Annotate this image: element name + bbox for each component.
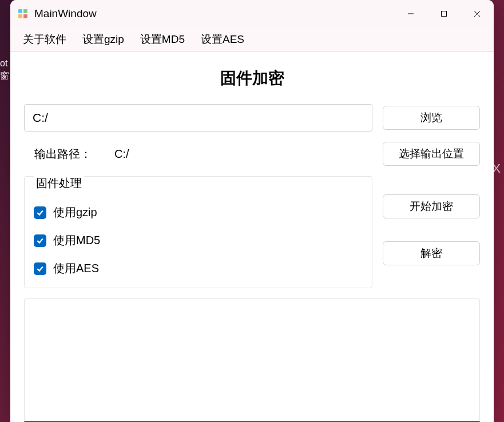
- firmware-processing-group: 固件处理 使用gzip 使用MD5: [24, 176, 372, 288]
- minimize-button[interactable]: [394, 0, 427, 27]
- svg-rect-0: [18, 9, 22, 13]
- window-title: MainWindow: [34, 7, 394, 20]
- svg-rect-3: [23, 14, 27, 18]
- window-controls: [394, 0, 494, 27]
- action-buttons-column: 开始加密 解密: [383, 176, 480, 288]
- checkbox-icon: [34, 206, 46, 219]
- checkbox-use-gzip[interactable]: 使用gzip: [34, 205, 363, 220]
- output-path-row: 输出路径： C:/ 选择输出位置: [24, 142, 480, 166]
- menu-set-gzip[interactable]: 设置gzip: [74, 29, 132, 50]
- main-window: MainWindow 关于软件 设置gzip 设置MD5 设置AES 固件加密 …: [10, 0, 494, 422]
- checkbox-label: 使用MD5: [53, 233, 100, 248]
- titlebar: MainWindow: [10, 0, 494, 27]
- output-path-value: C:/: [114, 148, 129, 161]
- output-path-display: 输出路径： C:/: [24, 146, 372, 162]
- svg-rect-2: [18, 14, 22, 18]
- input-path-row: 浏览: [24, 104, 480, 132]
- checkbox-icon: [34, 234, 46, 247]
- select-output-button[interactable]: 选择输出位置: [383, 142, 480, 166]
- checkbox-use-md5[interactable]: 使用MD5: [34, 233, 363, 248]
- checkbox-use-aes[interactable]: 使用AES: [34, 261, 363, 276]
- content-area: 固件加密 浏览 输出路径： C:/ 选择输出位置 固件处理 使用gzip: [10, 51, 494, 422]
- mid-section: 固件处理 使用gzip 使用MD5: [24, 176, 480, 288]
- svg-rect-5: [442, 11, 447, 17]
- menubar: 关于软件 设置gzip 设置MD5 设置AES: [10, 27, 494, 51]
- checkbox-icon: [34, 262, 46, 275]
- start-encrypt-button[interactable]: 开始加密: [383, 194, 480, 218]
- browse-button[interactable]: 浏览: [383, 106, 480, 130]
- app-icon: [17, 8, 29, 19]
- groupbox-title: 固件处理: [34, 176, 84, 191]
- close-button[interactable]: [461, 0, 494, 27]
- page-title: 固件加密: [24, 67, 480, 89]
- menu-set-md5[interactable]: 设置MD5: [132, 29, 193, 50]
- maximize-button[interactable]: [427, 0, 461, 27]
- input-path-field[interactable]: [24, 104, 372, 132]
- desktop-background-text: ot 窗: [0, 57, 9, 83]
- log-output-area[interactable]: [24, 298, 480, 422]
- menu-set-aes[interactable]: 设置AES: [193, 29, 252, 50]
- menu-about[interactable]: 关于软件: [15, 29, 74, 50]
- decrypt-button[interactable]: 解密: [383, 241, 480, 265]
- checkbox-label: 使用gzip: [53, 205, 97, 220]
- checkbox-label: 使用AES: [53, 261, 99, 276]
- svg-rect-1: [23, 9, 27, 13]
- output-path-label: 输出路径：: [34, 146, 92, 162]
